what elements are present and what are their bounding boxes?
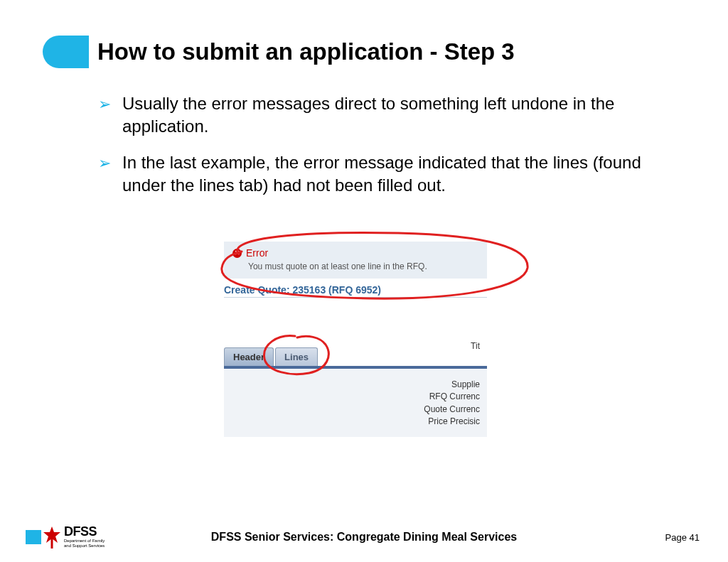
logo-blue-square (26, 530, 41, 544)
star-icon (43, 525, 61, 549)
error-box: Error You must quote on at least one lin… (224, 242, 487, 279)
title-accent-shape (43, 36, 89, 68)
field-label-price-precision: Price Precisic (231, 416, 480, 428)
quote-title: Create Quote: 235163 (RFQ 6952) (224, 284, 487, 298)
field-label-quote-currency: Quote Currenc (231, 404, 480, 416)
bullet-item: ➢ Usually the error messages direct to s… (98, 92, 674, 139)
tabs-row: Header Lines (224, 347, 487, 366)
tab-content: Supplie RFQ Currenc Quote Currenc Price … (224, 369, 487, 437)
logo-text-small: Department of Family (64, 539, 105, 544)
tab-lines[interactable]: Lines (275, 347, 318, 366)
bullet-text: Usually the error messages direct to som… (122, 92, 674, 139)
footer-center-text: DFSS Senior Services: Congregate Dining … (211, 531, 517, 544)
chevron-icon: ➢ (98, 154, 111, 173)
slide-title: How to submit an application - Step 3 (97, 38, 515, 65)
chevron-icon: ➢ (98, 95, 111, 114)
field-label-rfq-currency: RFQ Currenc (231, 391, 480, 403)
error-icon (232, 249, 242, 258)
bullet-text: In the last example, the error message i… (122, 151, 674, 198)
logo-text-big: DFSS (64, 526, 105, 537)
embedded-screenshot: Error You must quote on at least one lin… (224, 242, 487, 437)
error-message: You must quote on at least one line in t… (248, 261, 478, 271)
field-label-supplier: Supplie (231, 379, 480, 391)
error-label: Error (246, 247, 268, 259)
logo-text-small: and Support Services (64, 544, 105, 549)
footer-logo: DFSS Department of Family and Support Se… (26, 525, 105, 549)
tab-header[interactable]: Header (224, 347, 274, 366)
slide-footer: DFSS Department of Family and Support Se… (0, 525, 728, 549)
bullet-list: ➢ Usually the error messages direct to s… (98, 92, 674, 198)
svg-rect-1 (51, 538, 53, 549)
page-number: Page 41 (665, 532, 700, 543)
bullet-item: ➢ In the last example, the error message… (98, 151, 674, 198)
